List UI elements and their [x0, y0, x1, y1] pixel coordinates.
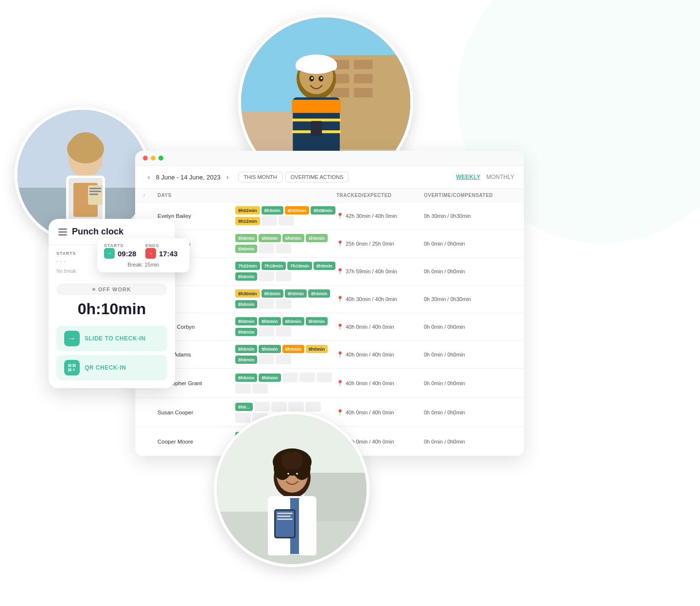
col-overtime: OVERTIME/COMPENSATED — [424, 193, 516, 198]
day-badge: 8h30min — [235, 289, 260, 298]
empty-day-badge — [259, 299, 274, 309]
location-icon: 📍 — [336, 213, 344, 219]
overtime-actions-button[interactable]: OVERTIME ACTIONS — [285, 172, 349, 182]
window-dot-red[interactable] — [143, 156, 148, 160]
svg-rect-16 — [354, 60, 373, 69]
tooltip-starts: STARTS → 09:28 — [104, 243, 141, 259]
hamburger-menu-icon[interactable] — [58, 229, 67, 235]
day-badge: 6h03min — [285, 206, 310, 214]
svg-point-70 — [296, 473, 298, 475]
next-week-button[interactable]: › — [224, 172, 232, 182]
employee-name: Evelyn Bailey — [158, 213, 235, 219]
col-days-cells — [235, 193, 336, 198]
employee-name: Cooper Moore — [158, 439, 235, 445]
off-work-badge: OFF WORK — [56, 284, 167, 295]
day-badge: 8h0min — [259, 374, 280, 382]
table-row[interactable]: ...dson 8h30min8h0min8h0min8h0min8h0min … — [135, 285, 524, 313]
tooltip-starts-time: → 09:28 — [104, 248, 141, 259]
day-badge: 7h19min — [287, 262, 312, 270]
svg-rect-28 — [292, 100, 341, 103]
tracked-value: 40h 0min / 40h 0min — [346, 410, 394, 415]
day-badge: 8h0min — [235, 272, 257, 281]
monthly-view-button[interactable]: MONTHLY — [486, 174, 514, 180]
table-row[interactable]: Christopher Grant 8h0min8h0min 📍40h 0min… — [135, 369, 524, 398]
dashboard-card: ‹ 8 June - 14 June, 2023 › THIS MONTH OV… — [135, 151, 524, 456]
weekly-view-button[interactable]: WEEKLY — [456, 174, 480, 180]
overtime-cell: 0h 0min / 0h0min — [424, 380, 516, 386]
scene: ‹ 8 June - 14 June, 2023 › THIS MONTH OV… — [0, 0, 700, 606]
window-title-bar — [135, 151, 524, 166]
day-badge: 8h0min — [308, 289, 330, 298]
svg-rect-64 — [277, 513, 293, 514]
day-badge: 9h12min — [235, 217, 260, 225]
location-icon: 📍 — [336, 409, 344, 416]
ham-line-1 — [58, 229, 67, 230]
day-badge: 8h0min — [262, 289, 283, 298]
empty-day-badge — [235, 384, 251, 393]
location-icon: 📍 — [336, 351, 344, 358]
circle-woman-bottom — [214, 411, 369, 567]
tracked-cell: 📍40h 0min / 40h 0min — [336, 409, 424, 416]
day-badge: 8h0min — [259, 317, 280, 325]
empty-day-badge — [271, 402, 287, 411]
check-out-icon: → — [145, 248, 156, 259]
break-time-text: Break: 15min — [104, 262, 183, 267]
woman-bottom-illustration — [217, 414, 367, 564]
day-badge: 8h0min — [306, 317, 328, 325]
empty-day-badge — [259, 244, 274, 253]
table-body: Evelyn Bailey 9h02min8h5min6h03min8h08mi… — [135, 202, 524, 456]
svg-point-35 — [320, 77, 322, 79]
checkin-arrow-icon: → — [64, 331, 80, 346]
table-row[interactable]: Evelyn Bailey 9h02min8h5min6h03min8h08mi… — [135, 202, 524, 230]
empty-day-badge — [305, 402, 321, 411]
empty-day-badge — [252, 384, 268, 393]
svg-point-34 — [311, 77, 313, 79]
tracked-cell: 📍25h 0min / 25h 0min — [336, 240, 424, 247]
prev-week-button[interactable]: ‹ — [145, 172, 153, 182]
window-dot-green[interactable] — [158, 156, 163, 160]
location-icon: 📍 — [336, 296, 344, 303]
day-badge: 5h0min — [259, 234, 280, 242]
days-cells: 9h02min8h5min6h03min8h08min9h12min — [235, 206, 336, 226]
empty-day-badge — [276, 244, 291, 253]
svg-rect-31 — [311, 121, 322, 136]
svg-rect-37 — [70, 365, 70, 366]
day-badge: 5h0min — [282, 234, 304, 242]
tracked-cell: 📍37h 59min / 40h 0min — [336, 268, 424, 275]
location-icon: 📍 — [336, 323, 344, 330]
svg-rect-44 — [73, 370, 74, 371]
table-row[interactable]: Guy Hawkins 5h0min5h0min5h0min5h0min5h0m… — [135, 230, 524, 258]
svg-rect-39 — [74, 365, 75, 366]
table-row[interactable]: ...ines 7h22min7h18min7h19min8h0min8h0mi… — [135, 258, 524, 285]
qr-checkin-button[interactable]: QR CHECK-IN — [56, 355, 167, 380]
day-badge: 9h02min — [235, 206, 260, 214]
svg-rect-41 — [70, 370, 70, 371]
day-badge: 8h0... — [235, 403, 253, 411]
qr-icon — [64, 360, 80, 375]
table-row[interactable]: Brooke Corbyn 8h0min8h0min8h0min8h0min8h… — [135, 313, 524, 341]
day-badge: 8h0min — [282, 345, 304, 353]
table-row[interactable]: Oscar Adams 8h0min8h0min8h0min8h0min8h0m… — [135, 341, 524, 369]
employee-name: Susan Cooper — [158, 410, 235, 415]
empty-day-badge — [276, 327, 291, 337]
slide-checkin-button[interactable]: → SLIDE TO CHECK-IN — [56, 326, 167, 351]
svg-rect-20 — [354, 88, 373, 97]
tooltip-time-row: STARTS → 09:28 ENDS → 17:43 — [104, 243, 183, 259]
tracked-cell: 📍42h 30min / 40h 0min — [336, 213, 424, 219]
days-cells: 8h0min8h0min — [235, 373, 336, 393]
this-month-button[interactable]: THIS MONTH — [238, 172, 282, 182]
days-cells: 8h0min8h0min8h0min8h0min8h0min — [235, 345, 336, 364]
ham-line-2 — [58, 232, 67, 232]
window-dot-yellow[interactable] — [151, 156, 156, 160]
day-badge: 8h0min — [235, 345, 257, 353]
tooltip-starts-label: STARTS — [104, 243, 141, 248]
time-tooltip: STARTS → 09:28 ENDS → 17:43 Break: 15min — [97, 238, 190, 272]
day-badge: 8h08min — [311, 206, 335, 214]
svg-rect-63 — [276, 511, 294, 537]
day-badge: 8h5min — [262, 206, 283, 214]
tracked-value: 42h 30min / 40h 0min — [346, 213, 397, 219]
sort-icon[interactable]: ↑ — [143, 193, 158, 198]
day-badge: 8h0min — [235, 300, 257, 308]
svg-rect-7 — [89, 188, 101, 189]
punch-clock-title: Punch clock — [72, 227, 123, 237]
